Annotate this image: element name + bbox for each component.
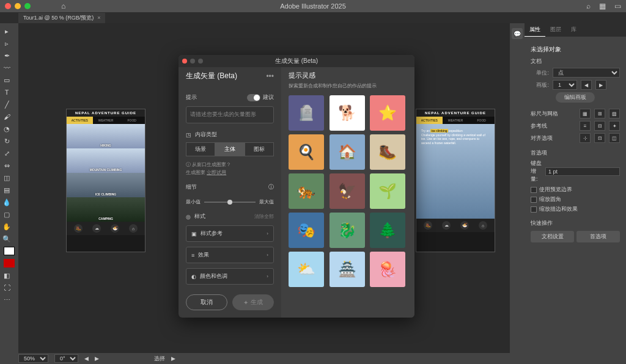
inspiration-thumb[interactable]: 🍳: [289, 134, 324, 170]
artboard-2[interactable]: NEPAL ADVENTURE GUIDE ACTIVITIES WEATHER…: [416, 109, 495, 252]
nav-prev-icon[interactable]: ◀: [84, 355, 89, 362]
selection-tool[interactable]: ▸: [0, 26, 13, 37]
grid-icon[interactable]: ⊞: [594, 109, 605, 118]
guides-toggle-icon[interactable]: ≡: [580, 121, 591, 131]
draw-mode[interactable]: ◧: [0, 270, 13, 281]
units-label: 单位:: [531, 69, 549, 77]
hand-tool[interactable]: ✋: [0, 221, 13, 232]
content-type-scene[interactable]: 场景: [186, 142, 215, 156]
snap-pixel-icon[interactable]: ◫: [609, 133, 620, 143]
close-tab-icon[interactable]: ×: [97, 15, 100, 21]
inspiration-thumb[interactable]: 🐕: [330, 95, 365, 131]
detail-info-icon[interactable]: ⓘ: [268, 183, 274, 191]
snap-grid-icon[interactable]: ⊡: [594, 133, 605, 143]
artboard-tool[interactable]: ▢: [0, 209, 13, 220]
inspiration-thumb[interactable]: 🌱: [370, 173, 405, 209]
detail-slider[interactable]: [204, 202, 256, 203]
artboard-1[interactable]: NEPAL ADVENTURE GUIDE ACTIVITIES WEATHER…: [66, 109, 145, 252]
ruler-icon[interactable]: ▦: [580, 109, 591, 118]
inspiration-thumb[interactable]: ⛅: [289, 252, 324, 287]
eraser-tool[interactable]: ◫: [0, 172, 13, 183]
fill-swatch[interactable]: [4, 247, 15, 255]
edit-toolbar[interactable]: ⋯: [0, 294, 13, 305]
suggest-toggle[interactable]: [247, 94, 260, 101]
rotation-select[interactable]: 0°: [54, 354, 78, 363]
home-icon[interactable]: ⌂: [61, 2, 65, 10]
inspiration-thumb[interactable]: 🐉: [330, 213, 365, 248]
comments-icon[interactable]: 💬: [512, 28, 523, 39]
paintbrush-tool[interactable]: 🖌: [0, 111, 13, 122]
status-play-icon[interactable]: ▶: [171, 355, 175, 362]
maximize-window-btn[interactable]: [24, 3, 31, 9]
transparency-grid-icon[interactable]: ▨: [609, 109, 620, 118]
key-increment-input[interactable]: [545, 167, 620, 176]
tab-layers[interactable]: 图层: [545, 23, 566, 37]
pen-tool[interactable]: ✒: [0, 50, 13, 61]
eyedropper-tool[interactable]: 💧: [0, 197, 13, 208]
scale-strokes-checkbox[interactable]: [531, 206, 537, 213]
try-now-link[interactable]: 立即试用: [207, 170, 226, 175]
nav-next-icon[interactable]: ▶: [95, 355, 99, 362]
inspiration-thumb[interactable]: 🏠: [330, 134, 365, 170]
units-select[interactable]: 点: [553, 68, 620, 78]
close-window-btn[interactable]: [5, 3, 11, 9]
shape-builder-tool[interactable]: ◔: [0, 123, 13, 134]
inspiration-thumb[interactable]: 🎭: [289, 213, 324, 248]
type-tool[interactable]: T: [0, 87, 13, 98]
minimize-window-btn[interactable]: [15, 3, 21, 9]
zoom-select[interactable]: 50%: [18, 354, 48, 363]
direct-selection-tool[interactable]: ▹: [0, 38, 13, 49]
arrange-icon[interactable]: ▭: [614, 2, 621, 10]
next-artboard-btn[interactable]: ▶: [595, 80, 606, 90]
style-reference-row[interactable]: ▣样式参考 ›: [186, 225, 274, 242]
effects-row[interactable]: ≡效果 ›: [186, 247, 274, 263]
rotate-tool[interactable]: ↻: [0, 136, 13, 147]
color-tone-row[interactable]: ◐颜色和色调 ›: [186, 268, 274, 285]
doc-setup-btn[interactable]: 文档设置: [531, 231, 574, 242]
scale-corners-checkbox[interactable]: [531, 197, 537, 203]
prefs-btn[interactable]: 首选项: [576, 231, 620, 242]
inspiration-thumb[interactable]: 🪦: [289, 95, 324, 131]
gradient-tool[interactable]: ▤: [0, 184, 13, 195]
dialog-close-btn[interactable]: [182, 59, 187, 64]
clear-all-btn[interactable]: 清除全部: [254, 213, 274, 220]
inspiration-thumb[interactable]: 🏯: [330, 252, 365, 287]
search-icon[interactable]: ⌕: [586, 2, 591, 10]
tab-properties[interactable]: 属性: [525, 23, 545, 37]
snap-point-icon[interactable]: ⊹: [580, 133, 591, 143]
tab-libraries[interactable]: 库: [566, 23, 581, 37]
cancel-button[interactable]: 取消: [186, 294, 227, 310]
width-tool[interactable]: ⇔: [0, 160, 13, 171]
generate-button[interactable]: ✦生成: [232, 294, 274, 310]
preview-bounds-checkbox[interactable]: [531, 187, 537, 193]
inspiration-thumb[interactable]: ⭐: [370, 95, 405, 131]
zoom-tool[interactable]: 🔍: [0, 233, 13, 244]
line-tool[interactable]: ╱: [0, 99, 13, 110]
inspiration-thumb[interactable]: 🥾: [370, 134, 405, 170]
effects-icon: ≡: [191, 252, 194, 258]
prev-artboard-btn[interactable]: ◀: [581, 80, 592, 90]
inspiration-thumb[interactable]: 🐅: [289, 173, 324, 209]
rectangle-tool[interactable]: ▭: [0, 75, 13, 86]
stroke-swatch[interactable]: [4, 259, 15, 268]
right-rail: 💬: [510, 23, 525, 353]
guides-lock-icon[interactable]: ⊟: [594, 121, 605, 131]
workspace-icon[interactable]: ▦: [599, 2, 606, 10]
content-type-icon[interactable]: 图标: [245, 142, 274, 156]
prompt-input[interactable]: 请描述您要生成的矢量图形: [186, 106, 274, 123]
scale-tool[interactable]: ⤢: [0, 148, 13, 159]
inspiration-thumb[interactable]: 🪼: [370, 252, 405, 287]
screen-mode[interactable]: ⛶: [0, 282, 13, 293]
edit-artboard-btn[interactable]: 编辑画板: [556, 92, 595, 103]
curvature-tool[interactable]: 〰: [0, 62, 13, 73]
dialog-titlebar[interactable]: 生成矢量 (Beta): [179, 55, 414, 67]
more-options-icon[interactable]: •••: [266, 72, 274, 81]
artboard-select[interactable]: 1: [553, 80, 577, 90]
smart-guides-icon[interactable]: ✦: [609, 121, 620, 131]
document-tab[interactable]: Tour1.ai @ 50 % (RGB/预览) ×: [18, 13, 105, 23]
content-type-icon: ◳: [186, 132, 191, 138]
rulers-grid-label: 标尺与网格: [531, 110, 576, 118]
inspiration-thumb[interactable]: 🌲: [370, 213, 405, 248]
content-type-subject[interactable]: 主体: [215, 142, 245, 156]
inspiration-thumb[interactable]: 🦅: [330, 173, 365, 209]
